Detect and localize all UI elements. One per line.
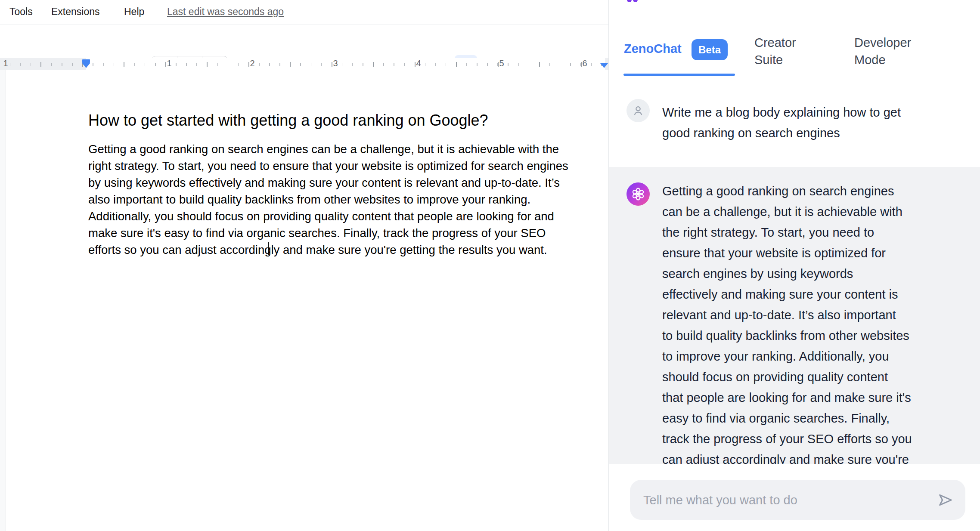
right-indent-marker[interactable]	[600, 63, 608, 68]
last-edit-link[interactable]: Last edit was seconds ago	[167, 0, 284, 23]
ruler-number: 2	[250, 59, 254, 68]
ruler-ticks-major	[0, 62, 608, 67]
chat-input[interactable]	[642, 480, 941, 521]
textcortex-flower-icon	[630, 186, 646, 202]
chat-input-container	[630, 480, 965, 520]
tab-creator-suite[interactable]: Creator Suite	[754, 34, 823, 68]
zenochat-avatar	[626, 182, 650, 206]
ai-response-block: Getting a good ranking on search engines…	[609, 167, 980, 464]
menu-extensions[interactable]: Extensions	[51, 0, 100, 23]
textcortex-logo-icon	[627, 0, 638, 2]
ruler-number: 1	[3, 59, 8, 68]
tab-developer-mode[interactable]: Developer Mode	[854, 34, 934, 68]
document-body-text[interactable]: Getting a good ranking on search engines…	[88, 141, 608, 258]
ruler: 1 1 2 3 4 5 6	[0, 58, 608, 70]
tab-zenochat[interactable]: ZenoChat	[624, 42, 682, 56]
send-icon	[937, 491, 954, 509]
document-page[interactable]: How to get started with getting a good r…	[6, 70, 608, 531]
menu-tools[interactable]: Tools	[9, 0, 33, 23]
user-message: Write me a blog body explaining how to g…	[662, 102, 968, 143]
beta-badge: Beta	[692, 39, 728, 60]
first-line-indent-handle[interactable]	[82, 59, 90, 63]
ruler-number: 1	[167, 59, 171, 68]
app-window: Tools Extensions Help Last edit was seco…	[0, 0, 980, 531]
text-cursor	[268, 242, 269, 255]
ruler-number: 3	[333, 59, 338, 68]
ai-message: Getting a good ranking on search engines…	[662, 181, 968, 464]
menu-help[interactable]: Help	[124, 0, 144, 23]
zenochat-sidebar: ZenoChat Beta Creator Suite Developer Mo…	[608, 0, 980, 531]
ruler-number: 4	[416, 59, 421, 68]
left-indent-marker[interactable]	[82, 59, 90, 68]
google-docs-area: Tools Extensions Help Last edit was seco…	[0, 0, 608, 531]
ruler-number: 6	[582, 59, 587, 68]
user-avatar	[626, 99, 650, 122]
ruler-number: 5	[499, 59, 504, 68]
formatting-toolbar: l text Arial − 11 + B I U A	[0, 25, 608, 58]
left-indent-handle[interactable]	[82, 63, 90, 68]
person-icon	[631, 103, 645, 118]
document-title[interactable]: How to get started with getting a good r…	[88, 110, 596, 131]
active-tab-underline	[623, 74, 735, 76]
send-button[interactable]	[937, 491, 955, 509]
menu-bar: Tools Extensions Help Last edit was seco…	[0, 0, 608, 25]
